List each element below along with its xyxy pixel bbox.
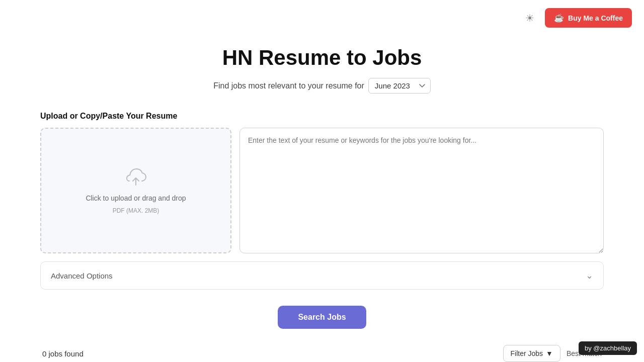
resume-textarea[interactable] <box>239 128 604 253</box>
upload-area-row: Click to upload or drag and drop PDF (MA… <box>40 128 604 253</box>
chevron-down-icon: ⌄ <box>586 270 593 281</box>
main-content: HN Resume to Jobs Find jobs most relevan… <box>20 36 624 362</box>
cloud-upload-icon <box>123 167 149 189</box>
search-btn-row: Search Jobs <box>40 306 604 329</box>
header: ☀ ☕ Buy Me a Coffee <box>0 0 644 36</box>
jobs-found-row: 0 jobs found Filter Jobs ▼ Best match <box>40 345 604 362</box>
advanced-options-label: Advanced Options <box>51 272 113 280</box>
filter-jobs-label: Filter Jobs <box>511 349 543 357</box>
sun-icon: ☀ <box>525 12 534 24</box>
dropzone-sublabel: PDF (MAX. 2MB) <box>113 207 159 214</box>
month-select[interactable]: June 2023 May 2023 April 2023 March 2023 <box>368 78 431 94</box>
upload-section-label: Upload or Copy/Paste Your Resume <box>40 112 604 121</box>
theme-toggle-button[interactable]: ☀ <box>521 9 539 27</box>
page-title: HN Resume to Jobs <box>40 46 604 70</box>
upload-dropzone[interactable]: Click to upload or drag and drop PDF (MA… <box>40 128 231 253</box>
buy-coffee-label: Buy Me a Coffee <box>568 14 623 22</box>
filter-jobs-button[interactable]: Filter Jobs ▼ <box>503 345 560 362</box>
filter-icon: ▼ <box>546 349 553 357</box>
buy-coffee-button[interactable]: ☕ Buy Me a Coffee <box>545 8 632 28</box>
subtitle-text: Find jobs most relevant to your resume f… <box>213 81 364 90</box>
advanced-options-panel[interactable]: Advanced Options ⌄ <box>40 261 604 290</box>
jobs-found-count: 0 jobs found <box>42 349 84 358</box>
search-jobs-button[interactable]: Search Jobs <box>278 306 366 329</box>
attribution-badge: by @zachbellay <box>579 341 637 355</box>
dropzone-label: Click to upload or drag and drop <box>86 194 186 202</box>
attribution-text: by @zachbellay <box>585 344 631 352</box>
coffee-icon: ☕ <box>554 13 564 23</box>
subtitle-row: Find jobs most relevant to your resume f… <box>40 78 604 94</box>
